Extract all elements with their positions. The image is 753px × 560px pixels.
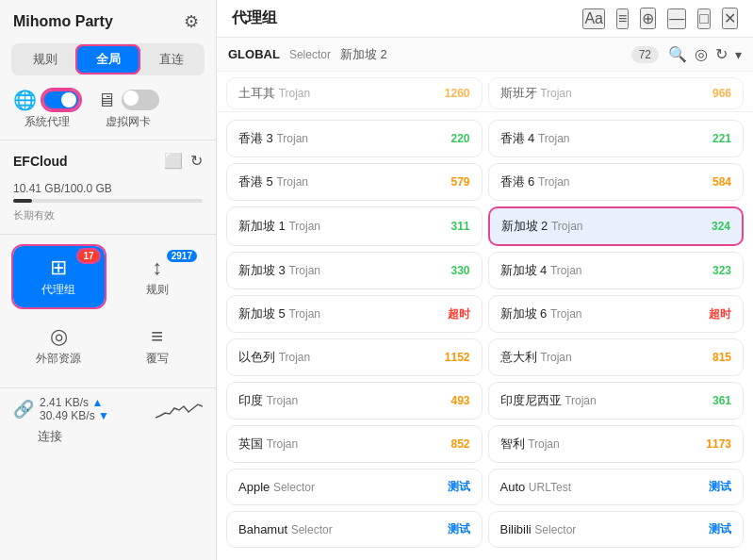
monitor-icon: 🖥 (97, 90, 116, 111)
proxy-card-14[interactable]: 英国 Trojan 852 (226, 425, 483, 463)
card-name-scroll-2: 斯班牙 Trojan (500, 85, 572, 102)
rules-badge: 2917 (167, 250, 197, 262)
card-latency-1: 221 (712, 132, 731, 145)
card-name-scroll-1: 土耳其 Trojan (238, 85, 310, 102)
proxy-card-13[interactable]: 印度尼西亚 Trojan 361 (488, 382, 745, 420)
toggle-knob-2 (123, 91, 139, 106)
card-latency-3: 584 (712, 175, 731, 189)
main-title: 代理组 (232, 8, 277, 28)
connections-label[interactable]: 连接 (0, 426, 216, 451)
proxy-card-11[interactable]: 意大利 Trojan 815 (488, 338, 745, 376)
close-button[interactable]: ✕ (722, 8, 738, 29)
card-name-18: Bahamut Selector (238, 522, 333, 536)
mode-tab-direct[interactable]: 直连 (140, 46, 202, 73)
proxy-card-8[interactable]: 新加坡 5 Trojan 超时 (226, 295, 483, 333)
proxy-card-0[interactable]: 香港 3 Trojan 220 (226, 120, 483, 157)
card-latency-7: 323 (712, 264, 731, 277)
card-name-15: 智利 Trojan (500, 436, 560, 453)
card-latency-12: 493 (450, 394, 469, 407)
nav-item-external[interactable]: ◎ 外部资源 (13, 315, 105, 376)
card-latency-9: 超时 (709, 306, 731, 322)
external-icon: ◎ (50, 324, 68, 349)
proxy-card-scroll-2[interactable]: 斯班牙 Trojan 966 (488, 77, 745, 109)
nav-label-override: 覆写 (146, 351, 169, 367)
pin-button[interactable]: ⊕ (640, 8, 656, 29)
proxy-card-scroll-1[interactable]: 土耳其 Trojan 1260 (226, 77, 483, 109)
card-name-4: 新加坡 1 Trojan (238, 218, 320, 235)
upload-speed: 2.41 KB/s ▲ (40, 396, 109, 409)
main-content: 代理组 Aa ≡ ⊕ — □ ✕ GLOBAL Selector 新加坡 2 7… (217, 0, 753, 560)
proxy-card-16[interactable]: Apple Selector 测试 (226, 469, 483, 505)
proxy-card-9[interactable]: 新加坡 6 Trojan 超时 (488, 295, 745, 333)
nav-item-rules[interactable]: ↕ 2917 规则 (112, 246, 204, 307)
font-size-button[interactable]: Aa (582, 8, 605, 29)
locate-button[interactable]: ◎ (695, 45, 708, 63)
settings-button[interactable]: ⚙ (180, 9, 203, 34)
card-name-13: 印度尼西亚 Trojan (500, 392, 597, 409)
nav-grid: ⊞ 17 代理组 ↕ 2917 规则 ◎ 外部资源 ≡ 覆写 (0, 239, 216, 384)
nav-label-rules: 规则 (146, 282, 169, 298)
proxy-icon: ⊞ (50, 255, 67, 280)
card-name-8: 新加坡 5 Trojan (238, 305, 320, 322)
speed-graph (156, 399, 203, 420)
proxy-card-18[interactable]: Bahamut Selector 测试 (226, 511, 483, 548)
proxy-card-12[interactable]: 印度 Trojan 493 (226, 382, 483, 420)
card-latency-8: 超时 (448, 306, 470, 322)
card-name-16: Apple Selector (238, 480, 315, 494)
virtual-nic-toggle[interactable] (122, 90, 159, 110)
card-latency-0: 220 (450, 132, 469, 145)
proxy-card-7[interactable]: 新加坡 4 Trojan 323 (488, 252, 745, 289)
card-name-17: Auto URLTest (500, 480, 571, 494)
card-name-14: 英国 Trojan (238, 436, 298, 453)
card-latency-15: 1173 (706, 437, 731, 451)
maximize-button[interactable]: □ (697, 8, 711, 29)
override-icon: ≡ (151, 324, 163, 349)
nav-label-proxy: 代理组 (41, 282, 75, 298)
divider-1 (0, 140, 216, 140)
card-latency-19: 测试 (709, 521, 731, 537)
proxy-card-4[interactable]: 新加坡 1 Trojan 311 (226, 206, 483, 246)
cloud-section: EFCloud ⬜ ↻ (0, 144, 216, 177)
chevron-down-button[interactable]: ▾ (735, 47, 742, 62)
system-proxy-item: 🌐 系统代理 (13, 89, 80, 130)
cloud-copy-button[interactable]: ⬜ (164, 152, 183, 170)
proxy-card-10[interactable]: 以色列 Trojan 1152 (226, 338, 483, 376)
proxy-badge: 17 (78, 250, 98, 262)
system-proxy-toggle[interactable] (42, 90, 80, 110)
divider-2 (0, 234, 216, 235)
proxy-card-1[interactable]: 香港 4 Trojan 221 (488, 120, 745, 157)
app-title: Mihomo Party (13, 13, 113, 30)
proxy-card-15[interactable]: 智利 Trojan 1173 (488, 425, 745, 463)
global-type: Selector (289, 48, 331, 61)
proxy-card-2[interactable]: 香港 5 Trojan 579 (226, 163, 483, 201)
search-button[interactable]: 🔍 (668, 45, 687, 63)
global-label: GLOBAL (228, 47, 280, 61)
link-icon: 🔗 (13, 399, 34, 420)
minimize-button[interactable]: — (667, 8, 686, 29)
proxy-grid: 香港 3 Trojan 220 香港 4 Trojan 221 香港 5 Tro… (217, 112, 753, 560)
cloud-usage: 10.41 GB/100.0 GB (13, 182, 112, 195)
cloud-bar-fill (13, 199, 32, 203)
main-header: 代理组 Aa ≡ ⊕ — □ ✕ (217, 0, 753, 38)
card-latency-17: 测试 (709, 479, 731, 495)
proxy-card-19[interactable]: Bilibili Selector 测试 (488, 511, 745, 548)
list-view-button[interactable]: ≡ (616, 8, 629, 29)
globe-icon: 🌐 (13, 89, 37, 111)
refresh-button[interactable]: ↻ (715, 45, 728, 63)
mode-tab-global[interactable]: 全局 (77, 46, 139, 73)
nav-item-override[interactable]: ≡ 覆写 (112, 315, 204, 376)
card-name-7: 新加坡 4 Trojan (500, 262, 582, 279)
download-speed: 30.49 KB/s ▼ (40, 409, 109, 422)
proxy-card-5[interactable]: 新加坡 2 Trojan 324 (488, 206, 745, 246)
mode-tab-rules[interactable]: 规则 (14, 46, 75, 73)
proxy-card-3[interactable]: 香港 6 Trojan 584 (488, 163, 745, 201)
nav-item-proxy[interactable]: ⊞ 17 代理组 (13, 246, 105, 307)
card-latency-2: 579 (450, 175, 469, 189)
cloud-refresh-button[interactable]: ↻ (190, 152, 203, 170)
proxy-card-6[interactable]: 新加坡 3 Trojan 330 (226, 252, 483, 289)
mode-tabs: 规则 全局 直连 (11, 43, 205, 75)
nav-label-external: 外部资源 (36, 351, 81, 367)
proxy-card-17[interactable]: Auto URLTest 测试 (488, 469, 745, 505)
card-latency-18: 测试 (448, 521, 470, 537)
card-name-10: 以色列 Trojan (238, 349, 310, 366)
